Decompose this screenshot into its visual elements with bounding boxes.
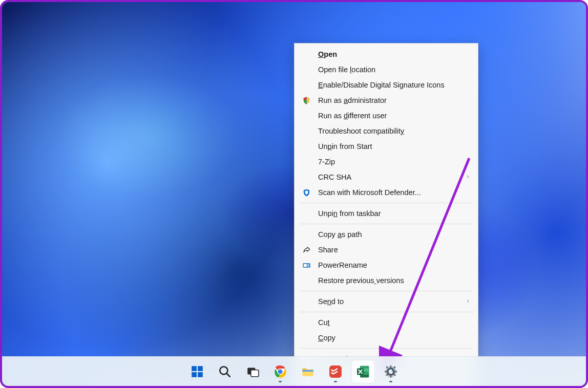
menu-separator (300, 224, 473, 224)
chevron-right-icon (465, 159, 471, 165)
start-button[interactable] (185, 360, 209, 383)
menu-item-powerrename[interactable]: PowerRename (295, 257, 478, 273)
menu-item-unpin-from-taskbar[interactable]: Unpin from taskbar (295, 206, 478, 221)
menu-item-label: Send to (318, 297, 461, 306)
shield-uac-icon (302, 96, 311, 105)
menu-separator (300, 291, 473, 291)
menu-item-label: 7-Zip (318, 158, 461, 166)
powerrename-icon (302, 261, 311, 270)
explorer-icon (301, 364, 315, 379)
file-explorer-button[interactable] (296, 360, 320, 383)
menu-item-label: PowerRename (318, 261, 471, 269)
menu-item-label: Run as different user (318, 112, 471, 120)
menu-item-copy[interactable]: Copy (295, 330, 478, 346)
gear-icon (384, 364, 398, 379)
task-view-button[interactable] (241, 360, 264, 383)
menu-item-copy-as-path[interactable]: Copy as path (295, 227, 478, 242)
menu-item-label: Enable/Disable Digital Signature Icons (318, 81, 471, 89)
windows-icon (190, 364, 204, 379)
menu-item-share[interactable]: Share (295, 242, 478, 257)
menu-item-label: Restore previous versions (318, 276, 471, 285)
menu-item-enable-disable-digital-signature-icons[interactable]: Enable/Disable Digital Signature Icons (295, 77, 478, 93)
menu-item-label: Open file location (318, 66, 471, 74)
taskbar-context-menu: OpenOpen file locationEnable/Disable Dig… (294, 43, 478, 388)
menu-item-label: Scan with Microsoft Defender... (318, 188, 471, 197)
excel-icon (356, 364, 370, 379)
menu-item-scan-with-microsoft-defender[interactable]: Scan with Microsoft Defender... (295, 185, 478, 200)
menu-item-open[interactable]: Open (295, 47, 478, 62)
taskview-icon (245, 364, 260, 379)
menu-item-label: Unpin from taskbar (318, 209, 471, 218)
search-icon (218, 364, 232, 379)
menu-separator (300, 203, 473, 203)
menu-separator (300, 348, 473, 349)
menu-item-label: Run as administrator (318, 96, 471, 104)
search-button[interactable] (213, 360, 237, 383)
menu-item-label: Copy (318, 334, 471, 342)
menu-item-run-as-administrator[interactable]: Run as administrator (295, 93, 478, 108)
menu-item-label: Troubleshoot compatibility (318, 127, 471, 135)
share-icon (302, 245, 311, 254)
menu-item-label: Cut (318, 318, 471, 327)
menu-item-crc-sha[interactable]: CRC SHA (295, 169, 478, 185)
menu-item-label: Unpin from Start (318, 142, 471, 150)
todoist-icon (328, 364, 343, 379)
menu-item-cut[interactable]: Cut (295, 315, 478, 330)
menu-separator (300, 312, 473, 312)
menu-item-run-as-different-user[interactable]: Run as different user (295, 108, 478, 123)
settings-button[interactable] (379, 360, 403, 383)
chrome-icon (273, 364, 287, 379)
chrome-button[interactable] (268, 360, 292, 383)
menu-item-7-zip[interactable]: 7-Zip (295, 154, 478, 169)
menu-item-troubleshoot-compatibility[interactable]: Troubleshoot compatibility (295, 123, 478, 139)
chevron-right-icon (465, 298, 471, 305)
menu-item-label: Copy as path (318, 230, 471, 239)
menu-item-label: Share (318, 246, 471, 254)
taskbar (2, 356, 586, 386)
excel-button[interactable] (351, 360, 375, 383)
menu-item-send-to[interactable]: Send to (295, 294, 478, 309)
menu-item-restore-previous-versions[interactable]: Restore previous versions (295, 273, 478, 288)
todoist-button[interactable] (324, 360, 347, 383)
defender-icon (302, 188, 311, 197)
menu-item-label: Open (318, 50, 471, 58)
menu-item-label: CRC SHA (318, 173, 461, 181)
menu-item-open-file-location[interactable]: Open file location (295, 62, 478, 77)
menu-item-unpin-from-start[interactable]: Unpin from Start (295, 139, 478, 154)
chevron-right-icon (465, 174, 471, 181)
